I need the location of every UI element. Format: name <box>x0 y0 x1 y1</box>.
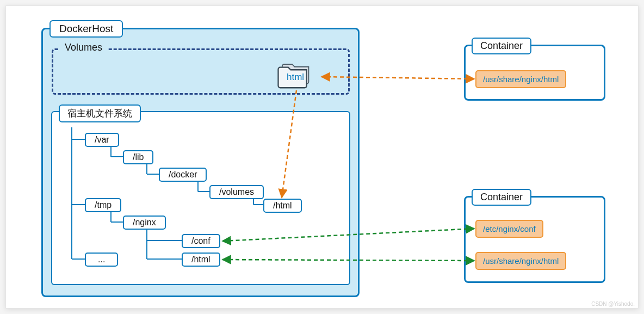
fs-node-lib: /lib <box>123 150 153 164</box>
volumes-label: Volumes <box>59 42 108 53</box>
fs-node-tmp: /tmp <box>85 198 121 212</box>
container-bottom-label: Container <box>472 189 531 206</box>
fs-node-var: /var <box>85 133 119 147</box>
container-bottom-path-html: /usr/share/nginx/html <box>475 252 566 270</box>
html-volume-label: html <box>287 72 304 83</box>
fs-node-conf: /conf <box>182 234 220 248</box>
fs-node-docker: /docker <box>159 168 207 182</box>
fs-node-nginx: /nginx <box>123 216 166 230</box>
fs-node-volumes: /volumes <box>209 185 264 199</box>
container-top-label: Container <box>472 38 531 54</box>
fs-node-ellipsis: ... <box>85 253 118 267</box>
container-bottom-box <box>464 196 605 283</box>
container-bottom-path-conf: /etc/nginx/conf <box>475 220 543 238</box>
watermark-text: CSDN @Yishodo. <box>591 301 635 307</box>
fs-node-html: /html <box>263 199 302 213</box>
fs-node-html2: /html <box>182 253 220 267</box>
diagram-canvas: DockerHost Volumes html 宿主机文件系统 <box>5 5 639 309</box>
container-top-path-html: /usr/share/nginx/html <box>475 70 566 88</box>
host-filesystem-label: 宿主机文件系统 <box>59 104 141 122</box>
docker-host-label: DockerHost <box>49 20 123 38</box>
